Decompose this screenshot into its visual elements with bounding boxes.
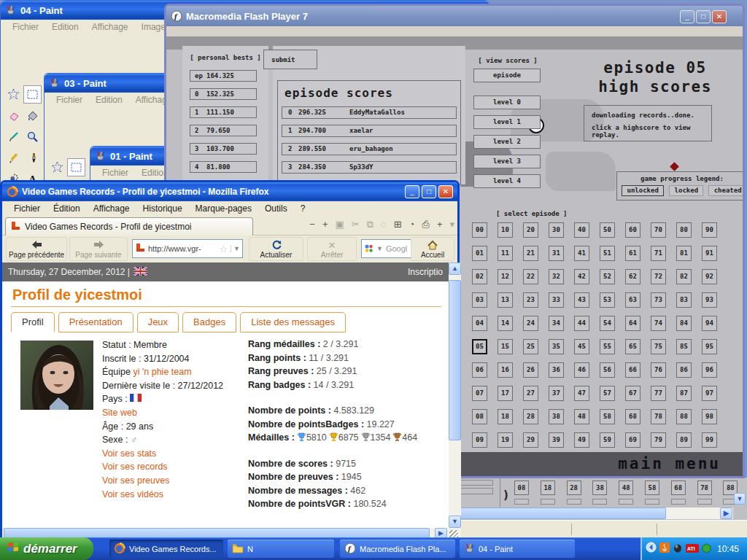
view-scores-button-level3[interactable]: level 3 — [473, 155, 541, 168]
url-bar[interactable]: http://www.vgr- ☆ ▼ — [132, 239, 243, 258]
menu-item-dition[interactable]: Édition — [47, 202, 86, 215]
episode-button-25[interactable]: 25 — [523, 339, 538, 354]
episode-button-57[interactable]: 57 — [600, 386, 615, 401]
url-dropdown-icon[interactable]: ▼ — [231, 245, 240, 252]
episode-button-78[interactable]: 78 — [651, 409, 666, 424]
legend-item-unlocked[interactable]: unlocked — [622, 185, 664, 196]
episode-button-56[interactable]: 56 — [600, 362, 615, 378]
episode-button-47[interactable]: 47 — [574, 386, 589, 401]
episode-button-80[interactable]: 80 — [676, 222, 692, 238]
episode-button-69[interactable]: 69 — [625, 432, 640, 448]
tool-magnifier-icon[interactable] — [23, 128, 42, 146]
episode-button-66[interactable]: 66 — [625, 362, 640, 378]
tool-eraser-icon[interactable] — [4, 106, 23, 125]
bookmark-star-icon[interactable]: ☆ — [219, 244, 228, 254]
episode-button-48[interactable]: 48 — [574, 409, 589, 424]
episode-button-21[interactable]: 21 — [523, 246, 538, 261]
episode-button-67[interactable]: 67 — [625, 386, 640, 401]
episode-button-11[interactable]: 11 — [498, 246, 513, 261]
view-scores-button-level1[interactable]: level 1 — [473, 115, 541, 129]
taskbar-task-folder[interactable]: N — [228, 540, 334, 558]
toolbar-icon[interactable]: ▣ — [335, 219, 344, 230]
taskbar-task-flash[interactable]: fMacromedia Flash Pla... — [340, 540, 455, 558]
profile-link[interactable]: Voir ses vidéos — [102, 489, 163, 499]
toolbar-icon[interactable]: ◌ — [381, 219, 387, 230]
toolbar-icon[interactable]: − — [309, 219, 315, 230]
legend-item-locked[interactable]: locked — [669, 185, 703, 196]
episode-button-08[interactable]: 08 — [472, 409, 487, 424]
mouse-tray-icon[interactable] — [673, 542, 683, 556]
episode-button-58[interactable]: 58 — [600, 409, 615, 424]
episode-button-72[interactable]: 72 — [651, 269, 666, 284]
episode-button-54[interactable]: 54 — [600, 316, 615, 331]
menu-item-edition[interactable]: Edition — [90, 93, 128, 106]
episode-button-95[interactable]: 95 — [702, 339, 717, 354]
episode-button-79[interactable]: 79 — [651, 432, 666, 448]
episode-button-49[interactable]: 49 — [574, 432, 589, 448]
episode-score-row[interactable]: 1294.700xaelar — [282, 125, 457, 137]
tool-free-select-icon[interactable] — [4, 85, 23, 104]
firefox-tab[interactable]: Video Games Records - Profil de yicestmo… — [5, 217, 253, 236]
episode-button-24[interactable]: 24 — [523, 316, 538, 331]
start-button[interactable]: démarrer — [0, 537, 93, 560]
episode-button-18[interactable]: 18 — [498, 409, 513, 424]
search-engine-dropdown-icon[interactable]: ▼ — [376, 245, 383, 252]
menu-item-?[interactable]: ? — [295, 202, 311, 215]
toolbar-icon[interactable]: + — [437, 219, 443, 230]
firefox-minimize-button[interactable]: _ — [405, 185, 419, 198]
firefox-maximize-button[interactable]: □ — [422, 185, 436, 198]
episode-button-02[interactable]: 02 — [472, 269, 487, 284]
home-button[interactable]: Accueil — [411, 237, 454, 261]
forward-button[interactable]: Page suivante — [69, 237, 128, 261]
episode-button-38[interactable]: 38 — [549, 409, 564, 424]
episode-button-64[interactable]: 64 — [625, 316, 640, 331]
toolbar-icon[interactable]: ◔ — [409, 219, 415, 230]
fragment-hscroll-thumb[interactable] — [458, 508, 666, 519]
inscription-link[interactable]: Inscriptio — [408, 267, 443, 277]
tab-liste-des-messages[interactable]: Liste des messages — [240, 312, 346, 332]
flash-maximize-button[interactable]: □ — [696, 10, 711, 23]
episode-score-row[interactable]: 0296.325EddyMataGallos — [282, 106, 457, 119]
episode-button-97[interactable]: 97 — [702, 386, 717, 401]
episode-button-62[interactable]: 62 — [625, 269, 640, 284]
episode-button-53[interactable]: 53 — [600, 292, 615, 308]
episode-button-33[interactable]: 33 — [549, 292, 564, 308]
episode-button-17[interactable]: 17 — [498, 386, 513, 401]
taskbar-task-paint[interactable]: 04 - Paint — [460, 540, 575, 558]
flash-close-button[interactable]: ✕ — [712, 10, 727, 23]
episode-button-85[interactable]: 85 — [676, 339, 692, 354]
episode-button-51[interactable]: 51 — [600, 246, 615, 261]
episode-button-81[interactable]: 81 — [676, 246, 692, 261]
menu-item-fichier[interactable]: Fichier — [50, 93, 88, 106]
profile-link[interactable]: Voir ses preuves — [102, 475, 169, 486]
scroll-up-button[interactable]: ▲ — [449, 262, 461, 275]
tab-jeux[interactable]: Jeux — [137, 312, 179, 332]
episode-button-58[interactable]: 58 — [645, 481, 659, 495]
episode-button-01[interactable]: 01 — [472, 246, 487, 261]
episode-button-14[interactable]: 14 — [498, 316, 513, 331]
episode-button-46[interactable]: 46 — [574, 362, 589, 378]
episode-button-20[interactable]: 20 — [523, 222, 538, 238]
tool-pencil-icon[interactable] — [4, 149, 23, 167]
episode-button-35[interactable]: 35 — [549, 339, 564, 354]
episode-button-10[interactable]: 10 — [498, 222, 513, 238]
tool-free-select-icon[interactable] — [48, 158, 66, 176]
episode-button-29[interactable]: 29 — [523, 432, 538, 448]
profile-link[interactable]: Voir ses stats — [102, 448, 156, 459]
profile-link[interactable]: Voir ses records — [102, 462, 168, 472]
java-tray-icon[interactable] — [659, 542, 670, 556]
episode-button-37[interactable]: 37 — [549, 386, 564, 401]
episode-button-70[interactable]: 70 — [651, 222, 666, 238]
episode-score-row[interactable]: 3284.350Sp33dY — [282, 161, 457, 174]
update-tray-icon[interactable] — [702, 542, 711, 556]
episode-button-48[interactable]: 48 — [619, 481, 633, 495]
profile-link[interactable]: Site web — [102, 408, 137, 418]
toolbar-icon[interactable]: ✂ — [352, 219, 360, 230]
episode-button-00[interactable]: 00 — [472, 222, 487, 238]
tool-select-icon[interactable] — [23, 85, 42, 104]
ati-tray-icon[interactable]: ATI — [686, 542, 699, 556]
episode-button-86[interactable]: 86 — [676, 362, 692, 378]
episode-button-23[interactable]: 23 — [523, 292, 538, 308]
vertical-scrollbar[interactable]: ▲ ▼ — [449, 262, 461, 528]
episode-score-row[interactable]: 2289.550eru_bahagon — [282, 143, 457, 155]
